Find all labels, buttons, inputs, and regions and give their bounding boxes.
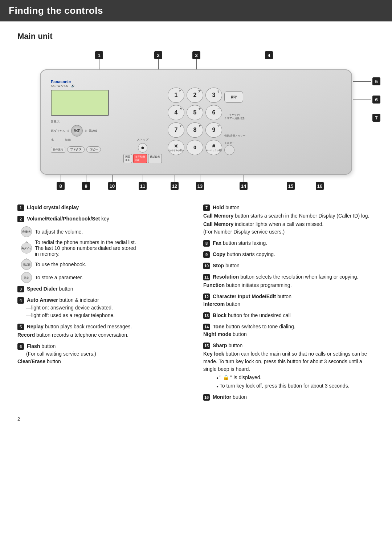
desc-4-text: button & indicator (60, 297, 99, 303)
badge-1: 1 (17, 204, 24, 211)
badge-4: 4 (17, 297, 24, 304)
copy-btn: コピー (86, 146, 101, 153)
guide-btn: 操作案内 (51, 147, 65, 153)
section-title: Main unit (17, 32, 375, 41)
desc-7-text: button (225, 204, 240, 210)
desc-7-line3: (For Number Display service users.) (203, 228, 375, 236)
badge-2: 2 (17, 216, 24, 222)
device-diagram: 5 6 7 Panasonic KX-PW777-S 🔊 音量大 (40, 69, 352, 175)
callout-12: 12 (171, 182, 179, 190)
key-0: 0 (187, 140, 203, 155)
desc-14-bold: Tone (213, 324, 224, 329)
desc-item-3: 3 Speed Dialer button (17, 285, 189, 293)
badge-14: 14 (203, 324, 210, 330)
stop-btn-icon: ⬤ (138, 143, 147, 153)
phonebook-desc: To use the phonebook. (35, 262, 86, 267)
desc-item-2: 2 Volume/Redial/Phonebook/Set key (17, 215, 189, 223)
hold-btn: 留守 (224, 91, 243, 103)
desc-7-line1: Call Memory button starts a search in th… (203, 212, 375, 220)
fax-btn: ファクス (67, 146, 85, 153)
desc-10-bold: Stop (213, 263, 224, 268)
key-5: 5サ (187, 105, 203, 120)
memory-label: 保留/音量メモリー (224, 134, 245, 138)
key-8: 8ヤ (187, 122, 203, 138)
desc-9-bold: Copy (213, 251, 225, 257)
desc-16-text: button (233, 394, 247, 400)
callout-5: 5 (372, 77, 380, 85)
callout-7: 7 (372, 114, 380, 122)
key-hash: #キーロック(3秒) (205, 140, 222, 155)
phonebook-icon: 電話帳 (21, 259, 32, 270)
desc-3-text: button (59, 286, 73, 292)
desc-14-text: button switches to tone dialing. (226, 324, 295, 329)
desc-11-extra: Function button initiates programming. (203, 281, 375, 289)
callout-11: 11 (139, 182, 147, 190)
callout-15: 15 (287, 182, 295, 190)
key-3: 3サ (205, 88, 222, 103)
desc-10-text: button (225, 263, 240, 268)
monitor-btn: モニター (224, 141, 234, 155)
desc-6-text: button (41, 343, 56, 349)
badge-12: 12 (203, 293, 210, 300)
desc-15-bullet2: To turn key lock off, press this button … (216, 382, 375, 390)
key-4: 4カ (168, 105, 184, 120)
desc-4-bold: Auto Answer (27, 297, 58, 303)
badge-7: 7 (203, 204, 210, 211)
desc-6-bold: Flash (27, 343, 40, 349)
key-6: 6ハ (205, 105, 222, 120)
desc-5-text: button plays back recorded messages. (45, 324, 132, 329)
callout-2: 2 (154, 51, 162, 59)
desc-5-extra: Record button records a telephone conver… (17, 331, 189, 339)
desc-item-6: 6 Flash button (For call waiting service… (17, 343, 189, 365)
desc-3-bold: Speed Dialer (27, 286, 58, 292)
desc-9-text: button starts copying. (227, 251, 275, 257)
page-number: 2 (17, 416, 375, 422)
nav-row: 再ダイヤル ◁ 決定 ▷ 電話帳 (51, 125, 118, 137)
key-7: 7ナ (168, 122, 184, 138)
desc-15-text: button (228, 343, 242, 348)
volume-icon: 音量大小 (21, 226, 32, 237)
callout-1: 1 (95, 51, 103, 59)
desc-12-extra: Intercom button (203, 300, 375, 308)
key-star: ✳おやすみ(3秒) (168, 140, 184, 155)
badge-9: 9 (203, 251, 210, 258)
volume-label: 音量大 (51, 119, 118, 123)
desc-item-5: 5 Replay button plays back recorded mess… (17, 323, 189, 339)
desc-item-12: 12 Character Input Mode/Edit button Inte… (203, 293, 375, 308)
desc-15-bold: Sharp (213, 343, 227, 348)
set-icon: 決定 (21, 272, 32, 283)
desc-item-13: 13 Block button for the undesired call (203, 312, 375, 319)
set-desc: To store a parameter. (35, 275, 83, 280)
desc-15-bullet1: " 🔒 " is displayed. (216, 374, 375, 381)
badge-6: 6 (17, 343, 24, 350)
desc-item-4: 4 Auto Answer button & indicator —light … (17, 296, 189, 319)
callout-3: 3 (192, 51, 200, 59)
callout-9: 9 (82, 182, 90, 190)
desc-item-11: 11 Resolution button selects the resolut… (203, 273, 375, 289)
desc-item-7: 7 Hold button Call Memory button starts … (203, 204, 375, 236)
badge-3: 3 (17, 286, 24, 292)
desc-4-line1: —light on: answering device activated. (17, 304, 189, 312)
badge-5: 5 (17, 324, 24, 330)
desc-item-1: 1 Liquid crystal display (17, 204, 189, 211)
catch-btn: キャッチ/ クリアー用件消去 (224, 113, 245, 120)
callout-16: 16 (316, 182, 324, 190)
desc-16-bold: Monitor (213, 394, 231, 400)
set-icon-block: 決定 To store a parameter. (21, 272, 189, 283)
desc-col-right: 7 Hold button Call Memory button starts … (203, 204, 375, 405)
intercom-btn: 通話録音 (148, 154, 162, 163)
desc-item-10: 10 Stop button (203, 262, 375, 270)
volume-small-label: 小 短縮 (51, 138, 118, 142)
page-header: Finding the controls (0, 0, 392, 21)
desc-item-16: 16 Monitor button (203, 393, 375, 401)
desc-col-left: 1 Liquid crystal display 2 Volume/Redial… (17, 204, 189, 405)
desc-1-bold: Liquid crystal display (27, 204, 79, 210)
desc-11-text: button selects the resolution when faxin… (240, 274, 358, 280)
desc-item-15: 15 Sharp button Key lock button can lock… (203, 342, 375, 390)
key-9: 9ワ (205, 122, 222, 138)
desc-6-line1: (For call waiting service users.) (17, 350, 189, 358)
redial-icon-block: 再ダイヤル To redial the phone numbers in the… (21, 239, 189, 257)
desc-2-text: key (101, 216, 109, 222)
desc-item-8: 8 Fax button starts faxing. (203, 239, 375, 247)
desc-12-text: button (277, 293, 291, 299)
